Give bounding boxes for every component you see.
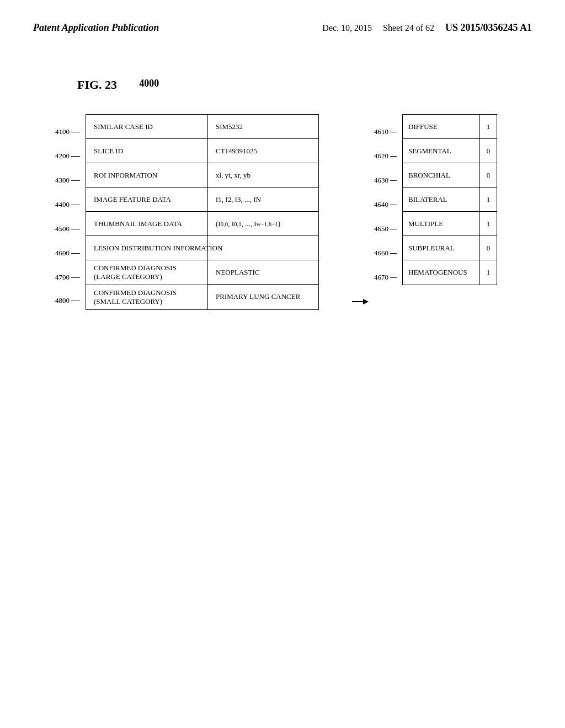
right-field-multiple: MULTIPLE	[403, 212, 479, 236]
figure-subtitle: 4000	[139, 78, 159, 89]
right-values: 1 0 0 1 1 0 1	[480, 115, 497, 285]
left-table-area: 4100 4200 4300 4400 4500 4600 47	[55, 114, 319, 314]
right-val-subpleural: 0	[480, 236, 497, 260]
right-val-multiple: 1	[480, 212, 497, 236]
publication-title: Patent Application Publication	[33, 22, 159, 34]
row-label-4600: 4600	[55, 241, 80, 265]
right-val-bronchial: 0	[480, 163, 497, 188]
val-confirmed-large: NEOPLASTIC	[208, 260, 318, 285]
right-label-4660: 4660	[374, 241, 397, 265]
main-content: FIG. 23 4000 4100 4200 4300 4400	[0, 45, 565, 336]
row-label-4200: 4200	[55, 144, 80, 168]
field-names-column: SIMILAR CASE ID SLICE ID ROI INFORMATION…	[86, 115, 208, 309]
right-label-4610: 4610	[374, 120, 397, 144]
right-table-area: 4610 4620 4630 4640 4650 4660 46	[374, 114, 497, 290]
field-thumbnail: THUMBNAIL IMAGE DATA	[86, 212, 207, 236]
right-val-diffuse: 1	[480, 115, 497, 139]
right-field-hematogenous: HEMATOGENOUS	[403, 260, 479, 285]
row-label-4800: 4800	[55, 290, 80, 314]
field-image-feature: IMAGE FEATURE DATA	[86, 188, 207, 212]
row-label-4100: 4100	[55, 120, 80, 144]
val-confirmed-small: PRIMARY LUNG CANCER	[208, 285, 318, 309]
right-arrow-icon	[352, 296, 369, 307]
publication-info: Dec. 10, 2015 Sheet 24 of 62 US 2015/035…	[322, 22, 532, 34]
val-roi-info: xl, yt, xr, yb	[208, 163, 318, 188]
right-label-4650: 4650	[374, 217, 397, 241]
right-val-hematogenous: 1	[480, 260, 497, 285]
svg-marker-1	[363, 299, 369, 304]
val-slice-id: CT149391025	[208, 139, 318, 163]
row-label-4400: 4400	[55, 192, 80, 217]
row-label-4300: 4300	[55, 168, 80, 192]
val-lesion-dist	[208, 236, 318, 260]
page-header: Patent Application Publication Dec. 10, …	[0, 0, 565, 45]
field-roi-info: ROI INFORMATION	[86, 163, 207, 188]
right-label-4620: 4620	[374, 144, 397, 168]
right-label-4630: 4630	[374, 168, 397, 192]
left-table: SIMILAR CASE ID SLICE ID ROI INFORMATION…	[86, 114, 319, 310]
right-val-segmental: 0	[480, 139, 497, 163]
val-similar-case-id: SIM5232	[208, 115, 318, 139]
field-confirmed-large: CONFIRMED DIAGNOSIS (LARGE CATEGORY)	[86, 260, 207, 285]
field-slice-id: SLICE ID	[86, 139, 207, 163]
row-label-4700: 4700	[55, 265, 80, 290]
right-label-4670: 4670	[374, 265, 397, 290]
publication-date: Dec. 10, 2015	[322, 23, 372, 33]
row-labels-right: 4610 4620 4630 4640 4650 4660 46	[374, 114, 397, 290]
field-confirmed-small: CONFIRMED DIAGNOSIS (SMALL CATEGORY)	[86, 285, 207, 309]
values-column: SIM5232 CT149391025 xl, yt, xr, yb f1, f…	[208, 115, 318, 309]
right-field-bilateral: BILATERAL	[403, 188, 479, 212]
sheet-info: Sheet 24 of 62	[383, 23, 434, 33]
right-field-names: DIFFUSE SEGMENTAL BRONCHIAL BILATERAL MU…	[403, 115, 480, 285]
right-table: DIFFUSE SEGMENTAL BRONCHIAL BILATERAL MU…	[402, 114, 497, 285]
val-image-feature: f1, f2, f3, ..., fN	[208, 188, 318, 212]
right-field-diffuse: DIFFUSE	[403, 115, 479, 139]
field-similar-case-id: SIMILAR CASE ID	[86, 115, 207, 139]
figure-title: FIG. 23	[77, 78, 117, 92]
right-val-bilateral: 1	[480, 188, 497, 212]
diagram-container: 4100 4200 4300 4400 4500 4600 47	[33, 114, 532, 314]
field-lesion-dist: LESION DISTRIBUTION INFORMATION	[86, 236, 207, 260]
row-labels-left: 4100 4200 4300 4400 4500 4600 47	[55, 114, 80, 314]
right-label-4640: 4640	[374, 192, 397, 217]
pub-number: US 2015/0356245 A1	[445, 22, 532, 33]
row-label-4500: 4500	[55, 217, 80, 241]
arrow-connector	[352, 296, 369, 307]
right-field-bronchial: BRONCHIAL	[403, 163, 479, 188]
right-field-segmental: SEGMENTAL	[403, 139, 479, 163]
val-thumbnail: (I0,0, I0,1, ..., Iw−1,h−1)	[208, 212, 318, 236]
right-field-subpleural: SUBPLEURAL	[403, 236, 479, 260]
